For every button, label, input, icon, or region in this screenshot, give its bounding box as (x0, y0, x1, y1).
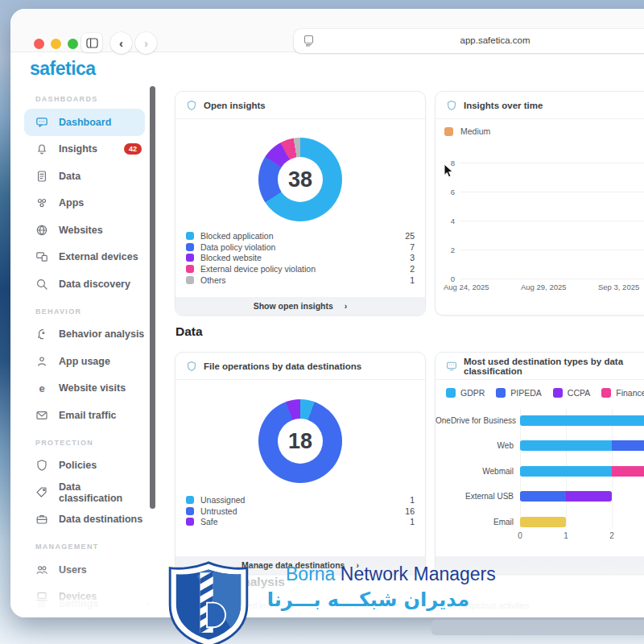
legend-value: 25 (405, 231, 415, 241)
legend-label: Blocked application (200, 231, 273, 241)
bar-category-label: External USB (436, 492, 514, 501)
legend-swatch (186, 232, 194, 240)
sidebar-item-policies[interactable]: Policies (24, 452, 145, 480)
collapse-sidebar-icon[interactable]: ‹ (147, 597, 150, 609)
sidebar-item-data-discovery[interactable]: Data discovery (24, 270, 145, 298)
sidebar-section-label: BEHAVIOR (24, 303, 145, 320)
apps-icon (35, 196, 48, 209)
bar-category-label: Web (436, 441, 514, 450)
data-section-heading: Data (175, 324, 203, 339)
sidebar-item-behavior-analysis[interactable]: Behavior analysis (24, 321, 145, 349)
card-header: File operations by data destinations (175, 353, 425, 380)
legend-label: Safe (200, 517, 218, 526)
legend-value: 7 (410, 242, 415, 252)
sidebar-item-apps[interactable]: Apps (24, 190, 145, 217)
x-axis-tick: 0 (512, 531, 528, 540)
legend-label: Data policy violation (200, 242, 275, 252)
sidebar-item-dashboard[interactable]: Dashboard (24, 109, 145, 136)
sidebar-item-label: Insights (59, 143, 97, 155)
close-window-button[interactable] (34, 39, 44, 49)
sidebar-item-label: Apps (59, 197, 84, 208)
legend-swatch (186, 276, 194, 284)
card-header: Open insights (175, 92, 425, 119)
show-open-insights-button[interactable]: Show open insights › (175, 297, 425, 315)
legend-swatch (186, 507, 194, 515)
sidebar-item-label: Dashboard (59, 117, 111, 128)
zoom-window-button[interactable] (68, 39, 78, 49)
legend-row-data-policy-violation: Data policy violation7 (186, 242, 415, 253)
sidebar-item-label: Data destinations (59, 514, 142, 525)
legend-label: Blocked website (200, 253, 262, 262)
legend-value: 1 (410, 275, 415, 285)
sidebar-scrollbar[interactable] (150, 86, 155, 509)
sidebar-item-external-devices[interactable]: External devices (24, 244, 145, 271)
sidebar-item-label: Data (59, 171, 80, 182)
bar-segment-gdpr (520, 466, 612, 477)
shield-icon (186, 361, 197, 372)
shield-icon (35, 459, 48, 472)
y-axis-tick: 2 (436, 246, 455, 254)
address-bar[interactable]: app.safetica.com (294, 29, 644, 53)
back-button[interactable]: ‹ (110, 32, 132, 54)
search-icon (35, 278, 48, 291)
bar-segment-finance-pci-dss (612, 466, 644, 477)
sidebar-item-label: Behavior analysis (59, 328, 144, 340)
gear-icon (35, 597, 48, 610)
minimize-window-button[interactable] (51, 39, 61, 49)
file-operations-donut-chart[interactable]: 18 (258, 399, 342, 483)
sidebar-item-email-traffic[interactable]: Email traffic (24, 402, 145, 429)
sidebar-section-label: MANAGEMENT (24, 538, 145, 555)
destination-types-bar-chart[interactable]: 012OneDrive for BusinessWebWebmailExtern… (436, 353, 644, 574)
sidebar-item-data[interactable]: Data (24, 163, 145, 190)
tag-icon (35, 486, 48, 499)
sidebar-item-website-visits[interactable]: eWebsite visits (24, 375, 145, 402)
x-axis-tick: Aug 29, 2025 (521, 283, 567, 291)
sidebar-item-websites[interactable]: Websites (24, 217, 145, 244)
envelope-icon (35, 409, 48, 422)
legend-label: Unassigned (200, 495, 245, 505)
briefcase-icon (35, 513, 48, 526)
sidebar-item-label: Data classification (59, 481, 145, 504)
bar-onedrive-for-business[interactable] (520, 415, 644, 426)
bar-webmail[interactable] (520, 466, 644, 477)
sidebar-item-label: Data discovery (59, 279, 130, 290)
bar-category-label: OneDrive for Business (436, 416, 514, 425)
sidebar-item-settings[interactable]: Settings ‹ (24, 590, 156, 617)
sidebar-item-data-destinations[interactable]: Data destinations (24, 506, 145, 534)
legend-row-others: Others1 (186, 275, 415, 286)
legend-label: External device policy violation (200, 264, 316, 274)
browser-window: ‹ › app.safetica.com safetica DASHBOARDS… (10, 9, 644, 617)
sidebar-item-insights[interactable]: Insights42 (24, 136, 145, 163)
sidebar-item-label: Websites (59, 225, 103, 236)
bar-email[interactable] (520, 517, 566, 527)
gridline (460, 279, 644, 279)
sidebar-toggle-button[interactable] (81, 33, 102, 52)
destination-types-card: Most used destination types by data clas… (435, 352, 644, 575)
file-operations-legend: Unassigned1Untrusted16Safe1 (186, 494, 415, 527)
forward-button[interactable]: › (135, 32, 157, 54)
sidebar-item-data-classification[interactable]: Data classification (24, 479, 145, 506)
bar-web[interactable] (520, 440, 644, 451)
insights-over-time-card: Insights over time Medium 86420Aug 24, 2… (435, 91, 644, 316)
legend-row-safe: Safe1 (186, 517, 415, 528)
insights-over-time-plot[interactable]: 86420Aug 24, 2025Aug 29, 2025Sep 3, 2025 (436, 92, 644, 315)
sidebar-item-label: External devices (59, 251, 138, 262)
legend-label: Untrusted (200, 506, 237, 516)
sidebar-item-label: Website visits (59, 382, 126, 394)
chevron-right-icon: › (345, 301, 348, 311)
sidebar-item-label: App usage (59, 356, 110, 367)
legend-row-unassigned: Unassigned1 (186, 494, 415, 506)
sidebar-nav: DASHBOARDSDashboardInsights42DataAppsWeb… (24, 85, 145, 610)
bar-external-usb[interactable] (520, 491, 612, 502)
open-insights-donut-chart[interactable]: 38 (258, 138, 342, 221)
browser-toolbar: ‹ › app.safetica.com (10, 9, 644, 52)
y-axis-tick: 4 (436, 217, 455, 225)
sidebar-item-app-usage[interactable]: App usage (24, 348, 145, 375)
borna-watermark-title: Borna Network Managers (286, 564, 496, 585)
legend-value: 16 (405, 506, 415, 516)
legend-row-external-device-policy-violation: External device policy violation2 (186, 263, 415, 275)
borna-watermark-persian: مدیران شبکـــه بـــرنا (276, 588, 469, 611)
sidebar-item-users[interactable]: Users (24, 556, 145, 584)
bar-segment-other (520, 517, 566, 527)
browser-e-icon: e (35, 382, 48, 394)
